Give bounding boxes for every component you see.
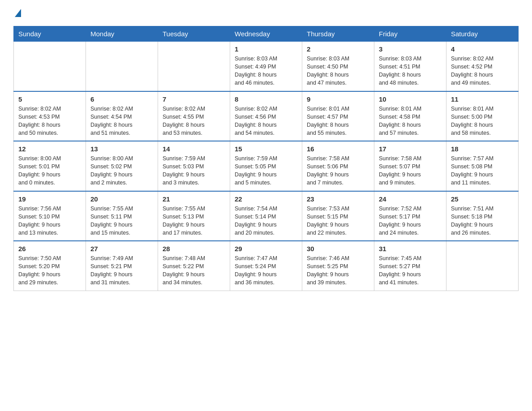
calendar-cell: 30Sunrise: 7:46 AMSunset: 5:25 PMDayligh…: [302, 241, 374, 291]
calendar-cell: 14Sunrise: 7:59 AMSunset: 5:03 PMDayligh…: [158, 141, 230, 191]
day-number: 1: [235, 45, 297, 53]
day-info: Sunrise: 7:55 AMSunset: 5:11 PMDaylight:…: [90, 205, 153, 237]
calendar-cell: 31Sunrise: 7:45 AMSunset: 5:27 PMDayligh…: [374, 241, 446, 291]
calendar-cell: 25Sunrise: 7:51 AMSunset: 5:18 PMDayligh…: [446, 191, 519, 241]
day-number: 12: [18, 145, 81, 153]
day-info: Sunrise: 8:02 AMSunset: 4:52 PMDaylight:…: [451, 55, 514, 87]
page-header: [13, 9, 519, 17]
calendar-week-5: 26Sunrise: 7:50 AMSunset: 5:20 PMDayligh…: [14, 241, 519, 291]
calendar-cell: 5Sunrise: 8:02 AMSunset: 4:53 PMDaylight…: [14, 91, 86, 141]
day-number: 22: [235, 195, 297, 203]
calendar-week-1: 1Sunrise: 8:03 AMSunset: 4:49 PMDaylight…: [14, 42, 519, 91]
day-info: Sunrise: 8:03 AMSunset: 4:49 PMDaylight:…: [235, 55, 297, 87]
day-number: 18: [451, 145, 514, 153]
day-header-saturday: Saturday: [446, 26, 519, 42]
calendar-cell: [446, 241, 519, 291]
day-info: Sunrise: 8:02 AMSunset: 4:56 PMDaylight:…: [235, 105, 297, 137]
day-number: 13: [90, 145, 153, 153]
calendar-cell: 2Sunrise: 8:03 AMSunset: 4:50 PMDaylight…: [302, 42, 374, 91]
calendar-cell: 21Sunrise: 7:55 AMSunset: 5:13 PMDayligh…: [158, 191, 230, 241]
calendar-week-2: 5Sunrise: 8:02 AMSunset: 4:53 PMDaylight…: [14, 91, 519, 141]
calendar-cell: 29Sunrise: 7:47 AMSunset: 5:24 PMDayligh…: [230, 241, 302, 291]
calendar-cell: 23Sunrise: 7:53 AMSunset: 5:15 PMDayligh…: [302, 191, 374, 241]
logo-triangle-icon: [15, 9, 21, 17]
day-number: 25: [451, 195, 514, 203]
calendar-cell: 16Sunrise: 7:58 AMSunset: 5:06 PMDayligh…: [302, 141, 374, 191]
calendar-cell: 15Sunrise: 7:59 AMSunset: 5:05 PMDayligh…: [230, 141, 302, 191]
day-info: Sunrise: 7:57 AMSunset: 5:08 PMDaylight:…: [451, 154, 514, 187]
day-info: Sunrise: 7:48 AMSunset: 5:22 PMDaylight:…: [163, 254, 225, 287]
day-number: 6: [90, 95, 153, 103]
day-header-tuesday: Tuesday: [158, 26, 230, 42]
calendar-cell: 9Sunrise: 8:01 AMSunset: 4:57 PMDaylight…: [302, 91, 374, 141]
day-info: Sunrise: 7:47 AMSunset: 5:24 PMDaylight:…: [235, 254, 297, 287]
day-info: Sunrise: 8:01 AMSunset: 4:58 PMDaylight:…: [379, 105, 442, 137]
calendar-cell: 12Sunrise: 8:00 AMSunset: 5:01 PMDayligh…: [14, 141, 86, 191]
day-number: 27: [90, 245, 153, 253]
calendar-cell: 17Sunrise: 7:58 AMSunset: 5:07 PMDayligh…: [374, 141, 446, 191]
day-info: Sunrise: 7:51 AMSunset: 5:18 PMDaylight:…: [451, 205, 514, 237]
day-number: 19: [18, 195, 81, 203]
day-info: Sunrise: 8:00 AMSunset: 5:01 PMDaylight:…: [18, 154, 81, 187]
day-info: Sunrise: 7:56 AMSunset: 5:10 PMDaylight:…: [18, 205, 81, 237]
day-info: Sunrise: 8:01 AMSunset: 5:00 PMDaylight:…: [451, 105, 514, 137]
day-number: 23: [307, 195, 369, 203]
day-header-friday: Friday: [374, 26, 446, 42]
calendar-cell: 6Sunrise: 8:02 AMSunset: 4:54 PMDaylight…: [86, 91, 158, 141]
calendar-cell: 3Sunrise: 8:03 AMSunset: 4:51 PMDaylight…: [374, 42, 446, 91]
day-number: 24: [379, 195, 442, 203]
day-number: 26: [18, 245, 81, 253]
day-number: 7: [163, 95, 225, 103]
day-header-monday: Monday: [86, 26, 158, 42]
day-info: Sunrise: 7:59 AMSunset: 5:03 PMDaylight:…: [163, 154, 225, 187]
calendar-cell: [158, 42, 230, 91]
day-number: 30: [307, 245, 369, 253]
day-number: 2: [307, 45, 369, 53]
calendar-cell: [14, 42, 86, 91]
day-number: 21: [163, 195, 225, 203]
day-info: Sunrise: 7:53 AMSunset: 5:15 PMDaylight:…: [307, 205, 369, 237]
calendar-cell: 28Sunrise: 7:48 AMSunset: 5:22 PMDayligh…: [158, 241, 230, 291]
day-info: Sunrise: 7:52 AMSunset: 5:17 PMDaylight:…: [379, 205, 442, 237]
logo: [13, 9, 21, 17]
day-info: Sunrise: 8:03 AMSunset: 4:50 PMDaylight:…: [307, 55, 369, 87]
day-info: Sunrise: 7:54 AMSunset: 5:14 PMDaylight:…: [235, 205, 297, 237]
day-number: 8: [235, 95, 297, 103]
calendar-cell: 19Sunrise: 7:56 AMSunset: 5:10 PMDayligh…: [14, 191, 86, 241]
calendar-week-4: 19Sunrise: 7:56 AMSunset: 5:10 PMDayligh…: [14, 191, 519, 241]
day-info: Sunrise: 7:45 AMSunset: 5:27 PMDaylight:…: [379, 254, 442, 287]
calendar-body: 1Sunrise: 8:03 AMSunset: 4:49 PMDaylight…: [14, 42, 519, 291]
calendar-cell: 10Sunrise: 8:01 AMSunset: 4:58 PMDayligh…: [374, 91, 446, 141]
calendar-cell: 18Sunrise: 7:57 AMSunset: 5:08 PMDayligh…: [446, 141, 519, 191]
day-number: 10: [379, 95, 442, 103]
calendar-cell: 11Sunrise: 8:01 AMSunset: 5:00 PMDayligh…: [446, 91, 519, 141]
day-info: Sunrise: 8:02 AMSunset: 4:55 PMDaylight:…: [163, 105, 225, 137]
calendar-cell: 22Sunrise: 7:54 AMSunset: 5:14 PMDayligh…: [230, 191, 302, 241]
day-number: 28: [163, 245, 225, 253]
calendar-cell: 24Sunrise: 7:52 AMSunset: 5:17 PMDayligh…: [374, 191, 446, 241]
day-number: 11: [451, 95, 514, 103]
day-info: Sunrise: 7:49 AMSunset: 5:21 PMDaylight:…: [90, 254, 153, 287]
logo-right: [13, 9, 21, 17]
day-info: Sunrise: 7:58 AMSunset: 5:06 PMDaylight:…: [307, 154, 369, 187]
day-info: Sunrise: 7:59 AMSunset: 5:05 PMDaylight:…: [235, 154, 297, 187]
day-number: 9: [307, 95, 369, 103]
day-info: Sunrise: 7:58 AMSunset: 5:07 PMDaylight:…: [379, 154, 442, 187]
header-row: SundayMondayTuesdayWednesdayThursdayFrid…: [14, 26, 519, 42]
calendar-cell: 27Sunrise: 7:49 AMSunset: 5:21 PMDayligh…: [86, 241, 158, 291]
calendar-cell: 13Sunrise: 8:00 AMSunset: 5:02 PMDayligh…: [86, 141, 158, 191]
day-info: Sunrise: 8:00 AMSunset: 5:02 PMDaylight:…: [90, 154, 153, 187]
calendar-cell: 1Sunrise: 8:03 AMSunset: 4:49 PMDaylight…: [230, 42, 302, 91]
calendar-cell: 4Sunrise: 8:02 AMSunset: 4:52 PMDaylight…: [446, 42, 519, 91]
calendar-week-3: 12Sunrise: 8:00 AMSunset: 5:01 PMDayligh…: [14, 141, 519, 191]
day-number: 14: [163, 145, 225, 153]
day-number: 31: [379, 245, 442, 253]
day-info: Sunrise: 8:01 AMSunset: 4:57 PMDaylight:…: [307, 105, 369, 137]
day-number: 29: [235, 245, 297, 253]
calendar-cell: 7Sunrise: 8:02 AMSunset: 4:55 PMDaylight…: [158, 91, 230, 141]
day-info: Sunrise: 8:02 AMSunset: 4:54 PMDaylight:…: [90, 105, 153, 137]
day-number: 16: [307, 145, 369, 153]
calendar-header: SundayMondayTuesdayWednesdayThursdayFrid…: [14, 26, 519, 42]
day-header-sunday: Sunday: [14, 26, 86, 42]
day-info: Sunrise: 7:50 AMSunset: 5:20 PMDaylight:…: [18, 254, 81, 287]
